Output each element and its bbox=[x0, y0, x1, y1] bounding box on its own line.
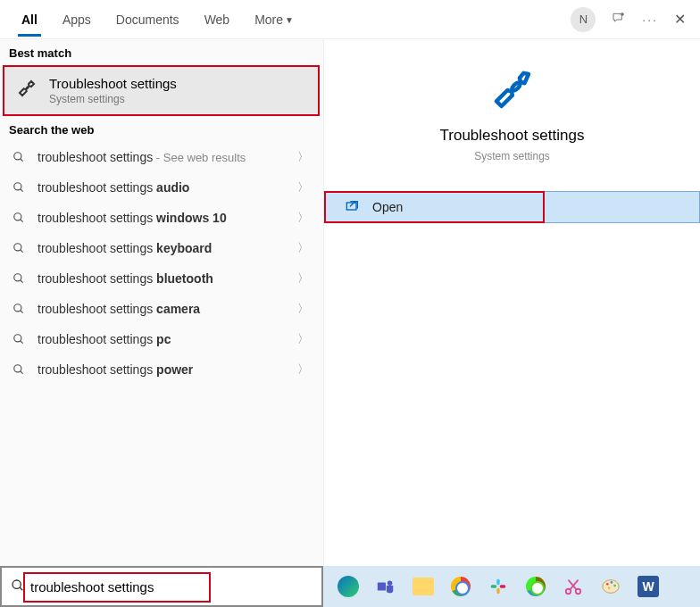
best-match-subtitle: System settings bbox=[49, 93, 177, 105]
search-icon bbox=[11, 151, 27, 163]
svg-rect-17 bbox=[346, 203, 356, 210]
svg-point-0 bbox=[621, 13, 624, 16]
best-match-item[interactable]: Troubleshoot settings System settings bbox=[3, 65, 320, 116]
account-avatar[interactable]: N bbox=[571, 7, 596, 32]
result-text: troubleshoot settings pc bbox=[38, 332, 287, 346]
taskbar-word-icon[interactable] bbox=[636, 574, 661, 599]
svg-point-32 bbox=[611, 581, 613, 584]
search-icon bbox=[11, 242, 27, 254]
feedback-icon[interactable] bbox=[612, 11, 626, 28]
svg-line-10 bbox=[21, 280, 23, 283]
tab-more[interactable]: More▼ bbox=[242, 4, 306, 36]
tab-apps[interactable]: Apps bbox=[50, 4, 104, 36]
tab-web[interactable]: Web bbox=[192, 4, 243, 36]
taskbar-paint-icon[interactable] bbox=[598, 574, 623, 599]
svg-line-29 bbox=[569, 580, 577, 590]
best-match-header: Best match bbox=[0, 39, 323, 65]
svg-rect-20 bbox=[378, 582, 386, 590]
svg-line-8 bbox=[21, 250, 23, 253]
taskbar-edge-icon[interactable] bbox=[336, 574, 361, 599]
search-icon bbox=[11, 363, 27, 376]
taskbar-teams-icon[interactable] bbox=[373, 574, 398, 599]
svg-point-13 bbox=[14, 335, 21, 342]
result-text: troubleshoot settings bluetooth bbox=[38, 271, 287, 286]
preview-subtitle: System settings bbox=[333, 150, 691, 162]
svg-point-21 bbox=[388, 581, 393, 586]
taskbar-explorer-icon[interactable] bbox=[411, 574, 436, 599]
search-icon bbox=[11, 578, 25, 595]
result-text: troubleshoot settings windows 10 bbox=[38, 211, 287, 225]
preview-title: Troubleshoot settings bbox=[333, 127, 691, 145]
wrench-icon bbox=[15, 76, 38, 99]
result-text: troubleshoot settings keyboard bbox=[38, 241, 287, 255]
search-web-header: Search the web bbox=[0, 116, 323, 142]
svg-line-4 bbox=[21, 189, 23, 192]
wrench-large-icon bbox=[488, 66, 537, 114]
svg-line-19 bbox=[20, 587, 22, 590]
close-icon[interactable]: ✕ bbox=[674, 11, 686, 28]
svg-point-7 bbox=[14, 244, 21, 251]
svg-point-34 bbox=[608, 586, 611, 589]
svg-line-14 bbox=[21, 341, 23, 344]
svg-rect-22 bbox=[496, 579, 499, 586]
result-text: troubleshoot settings audio bbox=[38, 180, 287, 195]
chevron-right-icon[interactable]: 〉 bbox=[297, 149, 312, 165]
result-text: troubleshoot settings power bbox=[38, 362, 287, 377]
preview-panel: Troubleshoot settings System settings Op… bbox=[323, 39, 700, 607]
svg-line-28 bbox=[570, 580, 578, 590]
more-options-icon[interactable]: ··· bbox=[642, 12, 658, 27]
chevron-right-icon[interactable]: 〉 bbox=[297, 270, 312, 287]
svg-point-18 bbox=[12, 580, 21, 588]
svg-point-5 bbox=[14, 213, 21, 220]
web-result-item[interactable]: troubleshoot settings power〉 bbox=[0, 354, 323, 385]
search-icon bbox=[11, 212, 27, 224]
tab-documents[interactable]: Documents bbox=[104, 4, 192, 36]
taskbar-slack-icon[interactable] bbox=[486, 574, 511, 599]
web-result-item[interactable]: troubleshoot settings windows 10〉 bbox=[0, 203, 323, 233]
web-result-item[interactable]: troubleshoot settings camera〉 bbox=[0, 294, 323, 324]
svg-line-2 bbox=[21, 159, 23, 162]
web-result-item[interactable]: troubleshoot settings pc〉 bbox=[0, 324, 323, 354]
taskbar bbox=[323, 566, 700, 607]
chevron-right-icon[interactable]: 〉 bbox=[297, 301, 312, 317]
svg-point-3 bbox=[14, 183, 21, 190]
web-result-item[interactable]: troubleshoot settings bluetooth〉 bbox=[0, 263, 323, 294]
chevron-right-icon[interactable]: 〉 bbox=[297, 179, 312, 195]
svg-line-12 bbox=[21, 311, 23, 313]
web-result-item[interactable]: troubleshoot settings audio〉 bbox=[0, 172, 323, 203]
chevron-right-icon[interactable]: 〉 bbox=[297, 210, 312, 226]
svg-point-9 bbox=[14, 274, 21, 281]
search-icon bbox=[11, 333, 27, 345]
svg-point-15 bbox=[14, 365, 21, 372]
search-input[interactable] bbox=[30, 579, 200, 595]
search-icon bbox=[11, 181, 27, 194]
chevron-down-icon: ▼ bbox=[285, 15, 294, 25]
taskbar-chrome-canary-icon[interactable] bbox=[523, 574, 548, 599]
chevron-right-icon[interactable]: 〉 bbox=[297, 240, 312, 256]
web-result-item[interactable]: troubleshoot settings - See web results〉 bbox=[0, 142, 323, 172]
svg-line-6 bbox=[21, 220, 23, 222]
best-match-title: Troubleshoot settings bbox=[49, 76, 177, 91]
open-label: Open bbox=[372, 200, 403, 214]
svg-point-33 bbox=[613, 585, 616, 587]
result-text: troubleshoot settings - See web results bbox=[38, 150, 287, 164]
svg-rect-25 bbox=[500, 585, 506, 587]
svg-rect-24 bbox=[496, 588, 499, 595]
svg-rect-23 bbox=[491, 585, 497, 587]
taskbar-snipping-icon[interactable] bbox=[561, 574, 586, 599]
results-panel: Best match Troubleshoot settings System … bbox=[0, 39, 323, 607]
result-text: troubleshoot settings camera bbox=[38, 302, 287, 316]
search-box[interactable] bbox=[0, 566, 323, 607]
open-action[interactable]: Open bbox=[324, 191, 545, 223]
taskbar-chrome-icon[interactable] bbox=[448, 574, 473, 599]
search-tabs: All Apps Documents Web More▼ N ··· ✕ bbox=[0, 0, 700, 39]
tab-all[interactable]: All bbox=[9, 4, 50, 36]
chevron-right-icon[interactable]: 〉 bbox=[297, 362, 312, 378]
svg-point-1 bbox=[14, 153, 21, 160]
actions-row: Open bbox=[324, 191, 700, 223]
svg-point-11 bbox=[14, 304, 21, 312]
search-icon bbox=[11, 303, 27, 315]
web-result-item[interactable]: troubleshoot settings keyboard〉 bbox=[0, 233, 323, 263]
svg-point-31 bbox=[606, 583, 609, 586]
chevron-right-icon[interactable]: 〉 bbox=[297, 331, 312, 347]
